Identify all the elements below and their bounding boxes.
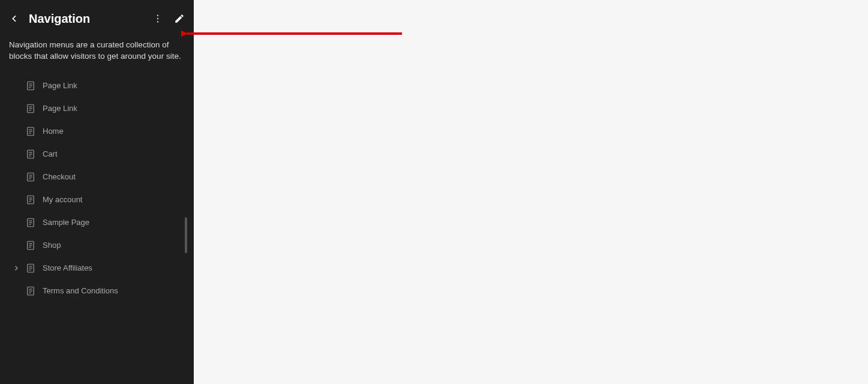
- panel-description: Navigation menus are a curated collectio…: [0, 37, 194, 74]
- nav-item[interactable]: My account: [0, 188, 194, 211]
- page-icon: [25, 263, 37, 274]
- page-icon: [25, 149, 37, 160]
- panel-title: Navigation: [29, 12, 148, 26]
- page-icon: [25, 286, 37, 296]
- nav-item-label: Shop: [43, 241, 61, 250]
- svg-point-2: [157, 21, 158, 22]
- more-vertical-icon: [152, 13, 163, 24]
- expand-chevron-icon: [10, 265, 22, 272]
- nav-item[interactable]: Shop: [0, 234, 194, 257]
- sidebar: Navigation Navigation me: [0, 0, 194, 384]
- page-icon: [25, 172, 37, 182]
- nav-item-label: Store Affiliates: [43, 263, 92, 272]
- header-actions: [148, 9, 189, 28]
- page-icon: [25, 103, 37, 114]
- nav-item-label: Sample Page: [43, 218, 89, 227]
- page-icon: [25, 240, 37, 251]
- nav-item[interactable]: Terms and Conditions: [0, 280, 194, 302]
- page-icon: [25, 217, 37, 228]
- nav-item[interactable]: Page Link: [0, 97, 194, 120]
- nav-item-label: Cart: [43, 149, 58, 158]
- svg-point-1: [157, 18, 158, 19]
- edit-button[interactable]: [170, 9, 189, 28]
- pencil-icon: [174, 13, 185, 24]
- nav-item[interactable]: Store Affiliates: [0, 257, 194, 280]
- nav-item-label: My account: [43, 195, 82, 204]
- nav-item[interactable]: Sample Page: [0, 211, 194, 234]
- nav-item-label: Home: [43, 127, 64, 136]
- svg-point-0: [157, 15, 158, 16]
- chevron-left-icon: [10, 14, 19, 23]
- nav-list: Page LinkPage LinkHomeCartCheckoutMy acc…: [0, 74, 194, 302]
- page-icon: [25, 194, 37, 205]
- nav-item[interactable]: Checkout: [0, 166, 194, 188]
- page-icon: [25, 126, 37, 137]
- back-button[interactable]: [5, 9, 24, 28]
- nav-item-label: Terms and Conditions: [43, 286, 118, 295]
- nav-item-label: Checkout: [43, 172, 76, 181]
- scrollbar-thumb[interactable]: [185, 217, 187, 253]
- nav-item-label: Page Link: [43, 81, 77, 90]
- nav-item[interactable]: Home: [0, 120, 194, 143]
- nav-item[interactable]: Page Link: [0, 74, 194, 97]
- nav-item[interactable]: Cart: [0, 143, 194, 166]
- more-options-button[interactable]: [148, 9, 167, 28]
- nav-item-label: Page Link: [43, 104, 77, 113]
- main-canvas: [194, 0, 868, 384]
- sidebar-header: Navigation: [0, 0, 194, 37]
- page-icon: [25, 80, 37, 91]
